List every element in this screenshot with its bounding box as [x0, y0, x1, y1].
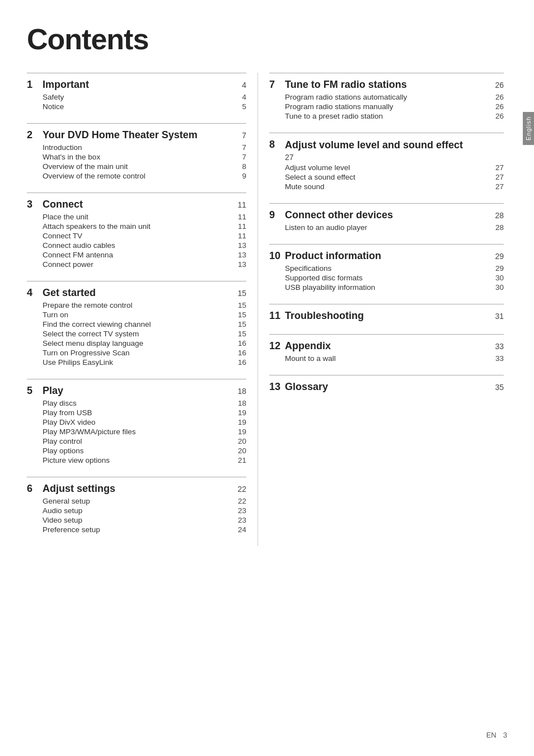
right-column: 7Tune to FM radio stations26Program radi…: [257, 73, 515, 546]
section-page-number: 15: [229, 289, 246, 298]
sub-item-page: 11: [229, 213, 246, 221]
sub-item: Connect power13: [27, 260, 246, 269]
section-number: 4: [27, 287, 43, 299]
sub-item-label: Picture view options: [43, 456, 229, 464]
sub-item-page: 24: [229, 525, 246, 534]
section-number: 12: [269, 340, 285, 352]
sub-item-label: Connect power: [43, 260, 229, 269]
section-7: 7Tune to FM radio stations26Program radi…: [269, 73, 504, 120]
footer: EN 3: [486, 731, 507, 739]
sub-item: What's in the box7: [27, 153, 246, 161]
section-page-number: 7: [229, 131, 246, 140]
sub-item-label: Play control: [43, 437, 229, 445]
section-title: Connect: [43, 199, 229, 210]
sub-item-label: Specifications: [285, 264, 487, 273]
sub-item-label: Audio setup: [43, 506, 229, 515]
sub-item-label: Program radio stations manually: [285, 102, 487, 111]
sub-item-page: 7: [229, 143, 246, 152]
sub-item-page: 21: [229, 456, 246, 464]
section-1: 1Important4Safety4Notice5: [27, 73, 246, 111]
sub-item-label: USB playability information: [285, 283, 487, 292]
sub-item-page: 11: [229, 232, 246, 240]
sub-item: Overview of the remote control9: [27, 172, 246, 180]
sub-item-label: Play from USB: [43, 408, 229, 417]
section-page-number: 22: [229, 485, 246, 494]
language-tab: English: [523, 112, 534, 145]
sub-item: Place the unit11: [27, 213, 246, 221]
sub-item: General setup22: [27, 497, 246, 505]
sub-item-page: 7: [229, 153, 246, 161]
section-title: Your DVD Home Theater System: [43, 129, 229, 141]
sub-item-label: Play DivX video: [43, 418, 229, 426]
sub-item-page: 16: [229, 349, 246, 357]
section-header: 13Glossary35: [269, 381, 504, 393]
section-header: 10Product information29: [269, 250, 504, 262]
sub-item-page: 13: [229, 260, 246, 269]
sub-item: Prepare the remote control15: [27, 301, 246, 309]
sub-item-label: Listen to an audio player: [285, 223, 487, 232]
sub-item-page: 27: [487, 173, 504, 181]
section-13: 13Glossary35: [269, 375, 504, 393]
section-6: 6Adjust settings22General setup22Audio s…: [27, 477, 246, 534]
sub-item-page: 9: [229, 172, 246, 180]
sub-item-page: 4: [229, 93, 246, 101]
sub-item: Find the correct viewing channel15: [27, 320, 246, 328]
section-number: 10: [269, 250, 285, 262]
section-page-number: 27: [269, 153, 504, 162]
sub-item-page: 16: [229, 339, 246, 348]
footer-page: 3: [503, 731, 507, 739]
sub-item-page: 19: [229, 418, 246, 426]
sub-item-page: 26: [487, 102, 504, 111]
section-number: 7: [269, 79, 285, 91]
content-columns: 1Important4Safety4Notice52Your DVD Home …: [0, 73, 534, 546]
section-divider: [27, 192, 246, 193]
section-divider: [269, 244, 504, 245]
sub-item: Play from USB19: [27, 408, 246, 417]
sub-item-page: 23: [229, 506, 246, 515]
sub-item-label: Select menu display language: [43, 339, 229, 348]
sub-item-label: Overview of the main unit: [43, 162, 229, 171]
page: Contents 1Important4Safety4Notice52Your …: [0, 0, 534, 756]
sub-item: Select a sound effect27: [269, 173, 504, 181]
sub-item-page: 13: [229, 251, 246, 259]
section-divider: [27, 379, 246, 379]
sub-item-page: 29: [487, 264, 504, 273]
sub-item: Connect FM antenna13: [27, 251, 246, 259]
sub-item-label: Turn on: [43, 311, 229, 319]
section-title: Play: [43, 385, 229, 397]
section-10: 10Product information29Specifications29S…: [269, 244, 504, 292]
sub-item-label: Place the unit: [43, 213, 229, 221]
section-title: Appendix: [285, 340, 487, 352]
left-column: 1Important4Safety4Notice52Your DVD Home …: [0, 73, 257, 546]
sub-item-page: 11: [229, 222, 246, 231]
sub-item-page: 19: [229, 408, 246, 417]
sub-item-page: 5: [229, 102, 246, 111]
sub-item-page: 22: [229, 497, 246, 505]
section-number: 3: [27, 199, 43, 210]
sub-item-label: General setup: [43, 497, 229, 505]
sub-item: Adjust volume level27: [269, 163, 504, 172]
sub-item: Preference setup24: [27, 525, 246, 534]
sub-item: Connect TV11: [27, 232, 246, 240]
section-header: 11Troubleshooting31: [269, 310, 504, 322]
sub-item: Play DivX video19: [27, 418, 246, 426]
section-header: 1Important4: [27, 79, 246, 91]
section-divider: [27, 123, 246, 124]
sub-item-page: 20: [229, 437, 246, 445]
sub-item-label: Play options: [43, 447, 229, 455]
sub-item: Program radio stations automatically26: [269, 93, 504, 101]
section-page-number: 18: [229, 387, 246, 396]
section-header: 12Appendix33: [269, 340, 504, 352]
sub-item: Select the correct TV system15: [27, 330, 246, 338]
sub-item-page: 33: [487, 354, 504, 363]
section-page-number: 29: [487, 252, 504, 261]
section-4: 4Get started15Prepare the remote control…: [27, 281, 246, 367]
section-title: Product information: [285, 250, 487, 262]
section-divider: [269, 304, 504, 304]
sub-item-label: What's in the box: [43, 153, 229, 161]
sub-item: Listen to an audio player28: [269, 223, 504, 232]
section-number: 1: [27, 79, 43, 91]
sub-item-label: Prepare the remote control: [43, 301, 229, 309]
sub-item-page: 30: [487, 274, 504, 282]
sub-item-label: Connect audio cables: [43, 241, 229, 250]
